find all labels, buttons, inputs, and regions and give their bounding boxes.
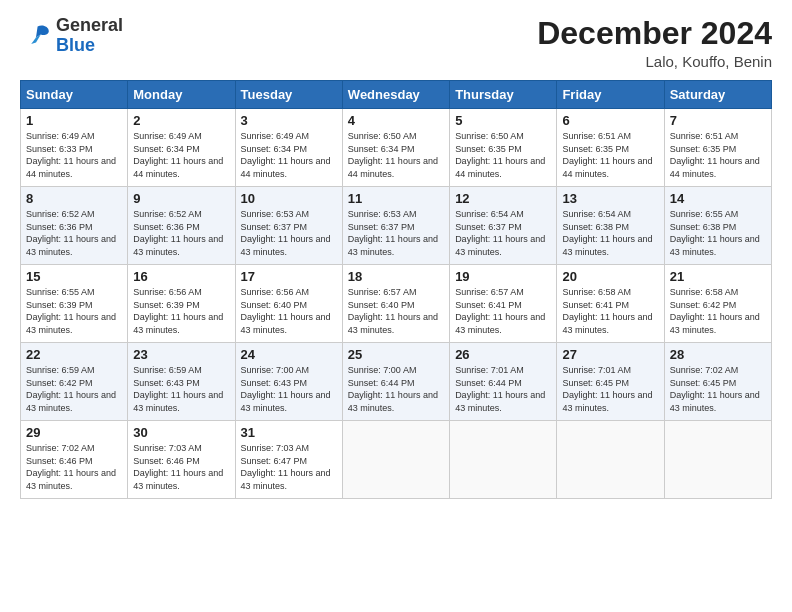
calendar-cell: 19 Sunrise: 6:57 AMSunset: 6:41 PMDaylig… bbox=[450, 265, 557, 343]
day-number: 22 bbox=[26, 347, 122, 362]
cell-info: Sunrise: 7:00 AMSunset: 6:44 PMDaylight:… bbox=[348, 365, 438, 413]
calendar-cell: 10 Sunrise: 6:53 AMSunset: 6:37 PMDaylig… bbox=[235, 187, 342, 265]
cell-info: Sunrise: 6:58 AMSunset: 6:42 PMDaylight:… bbox=[670, 287, 760, 335]
cell-info: Sunrise: 6:50 AMSunset: 6:35 PMDaylight:… bbox=[455, 131, 545, 179]
calendar-header-thursday: Thursday bbox=[450, 81, 557, 109]
day-number: 13 bbox=[562, 191, 658, 206]
cell-info: Sunrise: 6:49 AMSunset: 6:34 PMDaylight:… bbox=[133, 131, 223, 179]
calendar-cell: 20 Sunrise: 6:58 AMSunset: 6:41 PMDaylig… bbox=[557, 265, 664, 343]
day-number: 20 bbox=[562, 269, 658, 284]
day-number: 6 bbox=[562, 113, 658, 128]
day-number: 19 bbox=[455, 269, 551, 284]
cell-info: Sunrise: 6:54 AMSunset: 6:37 PMDaylight:… bbox=[455, 209, 545, 257]
day-number: 7 bbox=[670, 113, 766, 128]
calendar-cell: 30 Sunrise: 7:03 AMSunset: 6:46 PMDaylig… bbox=[128, 421, 235, 499]
calendar-week-row: 22 Sunrise: 6:59 AMSunset: 6:42 PMDaylig… bbox=[21, 343, 772, 421]
cell-info: Sunrise: 7:03 AMSunset: 6:47 PMDaylight:… bbox=[241, 443, 331, 491]
calendar-header-row: SundayMondayTuesdayWednesdayThursdayFrid… bbox=[21, 81, 772, 109]
calendar-cell: 14 Sunrise: 6:55 AMSunset: 6:38 PMDaylig… bbox=[664, 187, 771, 265]
cell-info: Sunrise: 6:49 AMSunset: 6:34 PMDaylight:… bbox=[241, 131, 331, 179]
day-number: 26 bbox=[455, 347, 551, 362]
title-block: December 2024 Lalo, Kouffo, Benin bbox=[537, 16, 772, 70]
day-number: 25 bbox=[348, 347, 444, 362]
day-number: 21 bbox=[670, 269, 766, 284]
cell-info: Sunrise: 6:56 AMSunset: 6:39 PMDaylight:… bbox=[133, 287, 223, 335]
day-number: 1 bbox=[26, 113, 122, 128]
cell-info: Sunrise: 7:02 AMSunset: 6:46 PMDaylight:… bbox=[26, 443, 116, 491]
calendar-cell: 25 Sunrise: 7:00 AMSunset: 6:44 PMDaylig… bbox=[342, 343, 449, 421]
day-number: 2 bbox=[133, 113, 229, 128]
cell-info: Sunrise: 6:57 AMSunset: 6:41 PMDaylight:… bbox=[455, 287, 545, 335]
calendar-cell: 29 Sunrise: 7:02 AMSunset: 6:46 PMDaylig… bbox=[21, 421, 128, 499]
calendar-cell: 1 Sunrise: 6:49 AMSunset: 6:33 PMDayligh… bbox=[21, 109, 128, 187]
calendar-cell: 21 Sunrise: 6:58 AMSunset: 6:42 PMDaylig… bbox=[664, 265, 771, 343]
calendar-cell: 31 Sunrise: 7:03 AMSunset: 6:47 PMDaylig… bbox=[235, 421, 342, 499]
logo-general-text: General bbox=[56, 15, 123, 35]
calendar-cell: 15 Sunrise: 6:55 AMSunset: 6:39 PMDaylig… bbox=[21, 265, 128, 343]
calendar-cell: 7 Sunrise: 6:51 AMSunset: 6:35 PMDayligh… bbox=[664, 109, 771, 187]
cell-info: Sunrise: 6:57 AMSunset: 6:40 PMDaylight:… bbox=[348, 287, 438, 335]
cell-info: Sunrise: 6:58 AMSunset: 6:41 PMDaylight:… bbox=[562, 287, 652, 335]
month-title: December 2024 bbox=[537, 16, 772, 51]
day-number: 29 bbox=[26, 425, 122, 440]
header: General Blue December 2024 Lalo, Kouffo,… bbox=[20, 16, 772, 70]
calendar-week-row: 29 Sunrise: 7:02 AMSunset: 6:46 PMDaylig… bbox=[21, 421, 772, 499]
calendar-cell: 8 Sunrise: 6:52 AMSunset: 6:36 PMDayligh… bbox=[21, 187, 128, 265]
calendar-header-friday: Friday bbox=[557, 81, 664, 109]
calendar-cell: 23 Sunrise: 6:59 AMSunset: 6:43 PMDaylig… bbox=[128, 343, 235, 421]
day-number: 24 bbox=[241, 347, 337, 362]
day-number: 31 bbox=[241, 425, 337, 440]
calendar-week-row: 15 Sunrise: 6:55 AMSunset: 6:39 PMDaylig… bbox=[21, 265, 772, 343]
calendar-cell: 3 Sunrise: 6:49 AMSunset: 6:34 PMDayligh… bbox=[235, 109, 342, 187]
cell-info: Sunrise: 6:51 AMSunset: 6:35 PMDaylight:… bbox=[562, 131, 652, 179]
day-number: 17 bbox=[241, 269, 337, 284]
cell-info: Sunrise: 6:55 AMSunset: 6:39 PMDaylight:… bbox=[26, 287, 116, 335]
calendar-cell: 6 Sunrise: 6:51 AMSunset: 6:35 PMDayligh… bbox=[557, 109, 664, 187]
day-number: 23 bbox=[133, 347, 229, 362]
day-number: 18 bbox=[348, 269, 444, 284]
cell-info: Sunrise: 6:50 AMSunset: 6:34 PMDaylight:… bbox=[348, 131, 438, 179]
cell-info: Sunrise: 7:03 AMSunset: 6:46 PMDaylight:… bbox=[133, 443, 223, 491]
day-number: 15 bbox=[26, 269, 122, 284]
location-subtitle: Lalo, Kouffo, Benin bbox=[537, 53, 772, 70]
day-number: 16 bbox=[133, 269, 229, 284]
calendar-cell: 18 Sunrise: 6:57 AMSunset: 6:40 PMDaylig… bbox=[342, 265, 449, 343]
cell-info: Sunrise: 6:53 AMSunset: 6:37 PMDaylight:… bbox=[241, 209, 331, 257]
calendar-header-tuesday: Tuesday bbox=[235, 81, 342, 109]
cell-info: Sunrise: 6:59 AMSunset: 6:42 PMDaylight:… bbox=[26, 365, 116, 413]
day-number: 8 bbox=[26, 191, 122, 206]
day-number: 14 bbox=[670, 191, 766, 206]
day-number: 27 bbox=[562, 347, 658, 362]
calendar-cell: 16 Sunrise: 6:56 AMSunset: 6:39 PMDaylig… bbox=[128, 265, 235, 343]
day-number: 11 bbox=[348, 191, 444, 206]
day-number: 10 bbox=[241, 191, 337, 206]
day-number: 12 bbox=[455, 191, 551, 206]
cell-info: Sunrise: 6:51 AMSunset: 6:35 PMDaylight:… bbox=[670, 131, 760, 179]
day-number: 30 bbox=[133, 425, 229, 440]
day-number: 3 bbox=[241, 113, 337, 128]
cell-info: Sunrise: 7:00 AMSunset: 6:43 PMDaylight:… bbox=[241, 365, 331, 413]
calendar-cell: 13 Sunrise: 6:54 AMSunset: 6:38 PMDaylig… bbox=[557, 187, 664, 265]
cell-info: Sunrise: 6:59 AMSunset: 6:43 PMDaylight:… bbox=[133, 365, 223, 413]
page: General Blue December 2024 Lalo, Kouffo,… bbox=[0, 0, 792, 612]
cell-info: Sunrise: 6:54 AMSunset: 6:38 PMDaylight:… bbox=[562, 209, 652, 257]
logo-blue-text: Blue bbox=[56, 35, 95, 55]
calendar-week-row: 8 Sunrise: 6:52 AMSunset: 6:36 PMDayligh… bbox=[21, 187, 772, 265]
calendar-cell: 12 Sunrise: 6:54 AMSunset: 6:37 PMDaylig… bbox=[450, 187, 557, 265]
calendar-cell: 17 Sunrise: 6:56 AMSunset: 6:40 PMDaylig… bbox=[235, 265, 342, 343]
day-number: 4 bbox=[348, 113, 444, 128]
calendar-cell bbox=[664, 421, 771, 499]
cell-info: Sunrise: 7:02 AMSunset: 6:45 PMDaylight:… bbox=[670, 365, 760, 413]
calendar-cell: 28 Sunrise: 7:02 AMSunset: 6:45 PMDaylig… bbox=[664, 343, 771, 421]
day-number: 5 bbox=[455, 113, 551, 128]
calendar-week-row: 1 Sunrise: 6:49 AMSunset: 6:33 PMDayligh… bbox=[21, 109, 772, 187]
calendar-cell: 9 Sunrise: 6:52 AMSunset: 6:36 PMDayligh… bbox=[128, 187, 235, 265]
cell-info: Sunrise: 6:53 AMSunset: 6:37 PMDaylight:… bbox=[348, 209, 438, 257]
calendar-cell: 5 Sunrise: 6:50 AMSunset: 6:35 PMDayligh… bbox=[450, 109, 557, 187]
calendar-cell: 22 Sunrise: 6:59 AMSunset: 6:42 PMDaylig… bbox=[21, 343, 128, 421]
calendar-header-wednesday: Wednesday bbox=[342, 81, 449, 109]
day-number: 28 bbox=[670, 347, 766, 362]
calendar-cell: 4 Sunrise: 6:50 AMSunset: 6:34 PMDayligh… bbox=[342, 109, 449, 187]
calendar-cell: 2 Sunrise: 6:49 AMSunset: 6:34 PMDayligh… bbox=[128, 109, 235, 187]
cell-info: Sunrise: 6:55 AMSunset: 6:38 PMDaylight:… bbox=[670, 209, 760, 257]
